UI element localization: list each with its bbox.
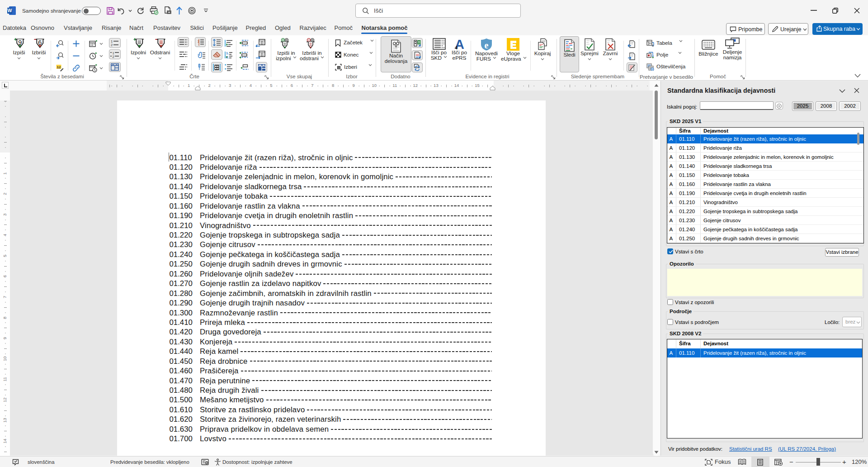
svg-text:12: 12 <box>57 65 61 69</box>
svg-text:2: 2 <box>113 55 114 58</box>
svg-text:e: e <box>485 40 489 50</box>
svg-text:W: W <box>8 8 12 13</box>
svg-text:1.: 1. <box>226 51 229 55</box>
svg-text:2: 2 <box>111 43 113 47</box>
